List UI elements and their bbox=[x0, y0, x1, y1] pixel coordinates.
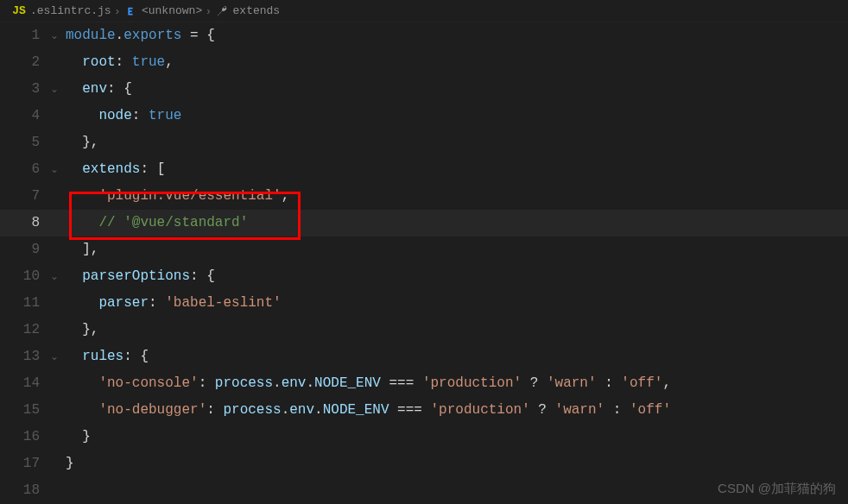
code-line[interactable]: 7 'plugin:vue/essential', bbox=[0, 183, 848, 210]
fold-gutter bbox=[50, 290, 66, 317]
code-content[interactable]: parserOptions: { bbox=[66, 263, 215, 290]
chevron-down-icon[interactable]: ⌄ bbox=[50, 343, 59, 370]
code-content[interactable]: ], bbox=[66, 236, 98, 263]
code-line[interactable]: 13⌄ rules: { bbox=[0, 343, 848, 370]
breadcrumb-unknown[interactable]: <unknown> bbox=[142, 4, 202, 17]
line-number: 13 bbox=[0, 343, 50, 370]
code-line[interactable]: 10⌄ parserOptions: { bbox=[0, 263, 848, 290]
code-line[interactable]: 15 'no-debugger': process.env.NODE_ENV =… bbox=[0, 397, 848, 424]
fold-gutter bbox=[50, 477, 66, 504]
code-line[interactable]: 8 // '@vue/standard' bbox=[0, 210, 848, 236]
code-line[interactable]: 14 'no-console': process.env.NODE_ENV ==… bbox=[0, 370, 848, 397]
line-number: 17 bbox=[0, 450, 50, 477]
chevron-down-icon[interactable]: ⌄ bbox=[50, 263, 59, 290]
object-icon bbox=[123, 4, 137, 18]
code-content[interactable]: }, bbox=[66, 317, 98, 343]
fold-gutter bbox=[50, 183, 66, 210]
code-line[interactable]: 12 }, bbox=[0, 317, 848, 343]
fold-gutter bbox=[50, 103, 66, 129]
fold-gutter bbox=[50, 317, 66, 343]
chevron-down-icon[interactable]: ⌄ bbox=[50, 76, 59, 103]
fold-gutter bbox=[50, 129, 66, 156]
code-line[interactable]: 17} bbox=[0, 450, 848, 477]
code-content[interactable]: module.exports = { bbox=[66, 22, 215, 49]
code-line[interactable]: 6⌄ extends: [ bbox=[0, 156, 848, 183]
code-content[interactable]: 'no-debugger': process.env.NODE_ENV === … bbox=[66, 397, 671, 424]
code-line[interactable]: 4 node: true bbox=[0, 103, 848, 129]
code-content[interactable]: env: { bbox=[66, 76, 132, 103]
fold-gutter[interactable]: ⌄ bbox=[50, 156, 66, 183]
fold-gutter[interactable]: ⌄ bbox=[50, 22, 66, 49]
code-line[interactable]: 1⌄module.exports = { bbox=[0, 22, 848, 49]
code-content[interactable]: 'plugin:vue/essential', bbox=[66, 183, 289, 210]
code-line[interactable]: 16 } bbox=[0, 424, 848, 450]
fold-gutter bbox=[50, 397, 66, 424]
fold-gutter[interactable]: ⌄ bbox=[50, 343, 66, 370]
line-number: 6 bbox=[0, 156, 50, 183]
code-content[interactable]: // '@vue/standard' bbox=[66, 210, 248, 236]
fold-gutter bbox=[50, 49, 66, 76]
breadcrumb-extends[interactable]: extends bbox=[233, 4, 281, 17]
line-number: 2 bbox=[0, 49, 50, 76]
js-file-icon: JS bbox=[12, 4, 26, 18]
fold-gutter[interactable]: ⌄ bbox=[50, 76, 66, 103]
line-number: 7 bbox=[0, 183, 50, 210]
watermark: CSDN @加菲猫的狗 bbox=[718, 481, 836, 497]
code-line[interactable]: 5 }, bbox=[0, 129, 848, 156]
line-number: 11 bbox=[0, 290, 50, 317]
line-number: 18 bbox=[0, 477, 50, 504]
code-content[interactable]: parser: 'babel-eslint' bbox=[66, 290, 282, 317]
line-number: 4 bbox=[0, 103, 50, 129]
code-line[interactable]: 11 parser: 'babel-eslint' bbox=[0, 290, 848, 317]
breadcrumb[interactable]: JS .eslintrc.js › <unknown> › extends bbox=[0, 0, 848, 22]
fold-gutter[interactable]: ⌄ bbox=[50, 263, 66, 290]
code-content[interactable]: 'no-console': process.env.NODE_ENV === '… bbox=[66, 370, 671, 397]
code-content[interactable]: extends: [ bbox=[66, 156, 165, 183]
fold-gutter bbox=[50, 424, 66, 450]
line-number: 16 bbox=[0, 424, 50, 450]
chevron-down-icon[interactable]: ⌄ bbox=[50, 156, 59, 183]
code-editor[interactable]: 1⌄module.exports = {2 root: true,3⌄ env:… bbox=[0, 22, 848, 504]
breadcrumb-file[interactable]: .eslintrc.js bbox=[30, 4, 111, 17]
line-number: 14 bbox=[0, 370, 50, 397]
code-content[interactable]: }, bbox=[66, 129, 98, 156]
code-line[interactable]: 3⌄ env: { bbox=[0, 76, 848, 103]
line-number: 12 bbox=[0, 317, 50, 343]
fold-gutter bbox=[50, 450, 66, 477]
line-number: 1 bbox=[0, 22, 50, 49]
code-content[interactable]: rules: { bbox=[66, 343, 149, 370]
line-number: 5 bbox=[0, 129, 50, 156]
chevron-right-icon: › bbox=[206, 4, 210, 17]
code-content[interactable]: root: true, bbox=[66, 49, 174, 76]
chevron-right-icon: › bbox=[116, 4, 119, 17]
fold-gutter bbox=[50, 236, 66, 263]
line-number: 9 bbox=[0, 236, 50, 263]
code-content[interactable]: node: true bbox=[66, 103, 181, 129]
code-line[interactable]: 2 root: true, bbox=[0, 49, 848, 76]
code-content[interactable]: } bbox=[66, 450, 74, 477]
wrench-icon bbox=[215, 4, 229, 18]
fold-gutter bbox=[50, 210, 66, 236]
code-line[interactable]: 9 ], bbox=[0, 236, 848, 263]
line-number: 8 bbox=[0, 210, 50, 236]
line-number: 15 bbox=[0, 397, 50, 424]
code-content[interactable]: } bbox=[66, 424, 91, 450]
chevron-down-icon[interactable]: ⌄ bbox=[50, 22, 59, 49]
line-number: 10 bbox=[0, 263, 50, 290]
fold-gutter bbox=[50, 370, 66, 397]
line-number: 3 bbox=[0, 76, 50, 103]
